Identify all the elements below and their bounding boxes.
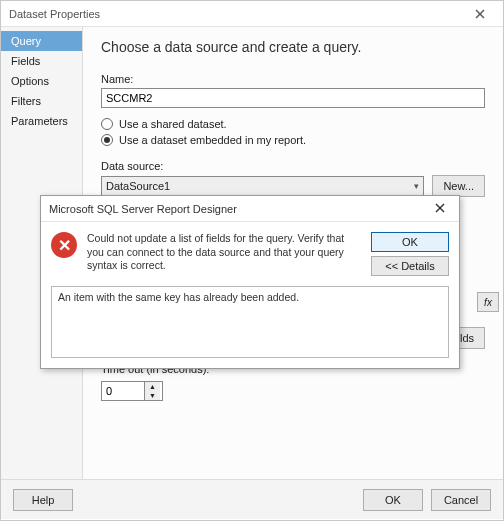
window-titlebar: Dataset Properties xyxy=(1,1,503,27)
radio-shared-dataset[interactable]: Use a shared dataset. xyxy=(101,118,485,130)
error-dialog-title: Microsoft SQL Server Report Designer xyxy=(49,203,237,215)
timeout-spinner[interactable]: ▲ ▼ xyxy=(101,381,163,401)
radio-label: Use a shared dataset. xyxy=(119,118,227,130)
sidebar-item-label: Options xyxy=(11,75,49,87)
page-heading: Choose a data source and create a query. xyxy=(101,39,485,55)
sidebar-item-label: Query xyxy=(11,35,41,47)
datasource-select[interactable]: DataSource1 ▾ xyxy=(101,176,424,196)
expression-button[interactable]: fx xyxy=(477,292,499,312)
error-dialog: Microsoft SQL Server Report Designer ✕ C… xyxy=(40,195,460,369)
spinner-up-icon[interactable]: ▲ xyxy=(145,382,160,391)
datasource-label: Data source: xyxy=(101,160,485,172)
sidebar-item-fields[interactable]: Fields xyxy=(1,51,82,71)
error-ok-button[interactable]: OK xyxy=(371,232,449,252)
error-details-text[interactable]: An item with the same key has already be… xyxy=(51,286,449,358)
help-button[interactable]: Help xyxy=(13,489,73,511)
datasource-value: DataSource1 xyxy=(106,180,170,192)
spinner-down-icon[interactable]: ▼ xyxy=(145,391,160,400)
sidebar-item-query[interactable]: Query xyxy=(1,31,82,51)
error-message: Could not update a list of fields for th… xyxy=(87,232,361,276)
error-dialog-titlebar: Microsoft SQL Server Report Designer xyxy=(41,196,459,222)
sidebar-item-label: Parameters xyxy=(11,115,68,127)
chevron-down-icon: ▾ xyxy=(414,181,419,191)
ok-button[interactable]: OK xyxy=(363,489,423,511)
close-icon xyxy=(435,203,445,213)
close-icon xyxy=(475,9,485,19)
radio-icon xyxy=(101,118,113,130)
radio-embedded-dataset[interactable]: Use a dataset embedded in my report. xyxy=(101,134,485,146)
sidebar-item-label: Fields xyxy=(11,55,40,67)
cancel-button[interactable]: Cancel xyxy=(431,489,491,511)
new-datasource-button[interactable]: New... xyxy=(432,175,485,197)
dialog-footer: Help OK Cancel xyxy=(1,479,503,519)
radio-label: Use a dataset embedded in my report. xyxy=(119,134,306,146)
name-label: Name: xyxy=(101,73,485,85)
sidebar-item-options[interactable]: Options xyxy=(1,71,82,91)
window-title: Dataset Properties xyxy=(9,8,100,20)
sidebar-item-filters[interactable]: Filters xyxy=(1,91,82,111)
error-details-button[interactable]: << Details xyxy=(371,256,449,276)
error-dialog-close-button[interactable] xyxy=(429,201,451,217)
sidebar-item-parameters[interactable]: Parameters xyxy=(1,111,82,131)
window-close-button[interactable] xyxy=(465,4,495,24)
error-icon: ✕ xyxy=(51,232,77,258)
radio-icon xyxy=(101,134,113,146)
sidebar-item-label: Filters xyxy=(11,95,41,107)
timeout-input[interactable] xyxy=(102,382,144,400)
name-input[interactable] xyxy=(101,88,485,108)
